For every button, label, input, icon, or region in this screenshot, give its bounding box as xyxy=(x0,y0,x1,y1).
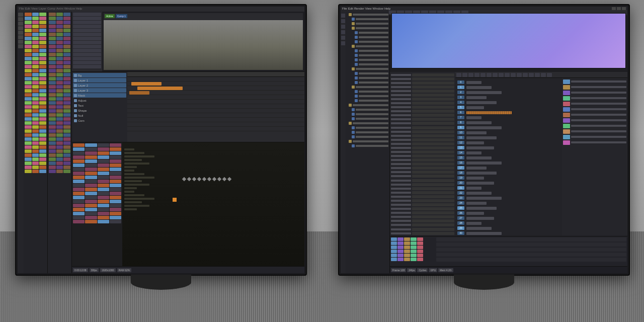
property-row[interactable] xyxy=(391,85,454,89)
timeline-row[interactable] xyxy=(127,104,304,109)
property-row[interactable] xyxy=(391,134,454,137)
node-row[interactable]: 24 xyxy=(457,201,560,205)
property-row[interactable] xyxy=(391,97,454,101)
timeline-clip[interactable] xyxy=(129,91,149,95)
channel-chip[interactable] xyxy=(391,242,397,245)
menu-file[interactable]: File xyxy=(19,7,24,11)
tree-item[interactable] xyxy=(347,130,388,134)
node-row[interactable]: 28 xyxy=(457,221,560,225)
tree-item[interactable] xyxy=(347,112,388,116)
tree-item[interactable] xyxy=(347,103,388,107)
node-index[interactable]: 13 xyxy=(457,146,464,149)
dopesheet[interactable] xyxy=(435,236,627,266)
menu-view[interactable]: View xyxy=(31,7,38,11)
node-row[interactable]: 5 xyxy=(457,105,560,110)
tree-item[interactable] xyxy=(347,49,388,53)
property-row[interactable] xyxy=(391,89,454,93)
tree-item[interactable] xyxy=(347,76,388,80)
tool-palette[interactable] xyxy=(72,12,102,71)
node-index[interactable]: 28 xyxy=(457,221,464,225)
menubar-left[interactable]: FileEditViewLayerCompAnimWindowHelp xyxy=(18,7,304,12)
tree-item[interactable] xyxy=(347,53,388,57)
properties-panel[interactable] xyxy=(390,72,455,236)
menu-file[interactable]: File xyxy=(342,7,347,11)
asset-panel[interactable] xyxy=(24,12,48,273)
node-row[interactable]: 25 xyxy=(457,206,560,210)
node-row[interactable]: 8 xyxy=(457,120,560,125)
swatch-panel[interactable] xyxy=(48,12,72,273)
track-item[interactable]: Layer 1 xyxy=(73,78,126,83)
preview-viewport[interactable]: ActiveComp 1 xyxy=(104,13,303,70)
property-row[interactable] xyxy=(391,118,454,121)
dope-track[interactable] xyxy=(436,243,626,247)
node-graph[interactable]: 0123456789101112131415161718192021222324… xyxy=(455,78,562,236)
channel-chip[interactable] xyxy=(411,237,417,241)
node-index[interactable]: 25 xyxy=(457,206,464,210)
channel-chip[interactable] xyxy=(411,254,417,257)
channel-chip[interactable] xyxy=(417,237,423,241)
menu-view[interactable]: View xyxy=(365,7,372,11)
node-row[interactable]: 2 xyxy=(457,90,560,95)
track-item[interactable]: Cam xyxy=(73,118,126,123)
timeline-row[interactable] xyxy=(127,127,304,131)
channel-chip[interactable] xyxy=(397,254,404,257)
property-row[interactable] xyxy=(391,207,454,211)
activity-bar[interactable] xyxy=(18,12,24,273)
property-row[interactable] xyxy=(391,183,454,186)
thumbnail[interactable] xyxy=(563,107,570,112)
channel-chip[interactable] xyxy=(411,250,417,253)
node-index[interactable]: 20 xyxy=(457,181,464,185)
node-row[interactable]: 20 xyxy=(457,181,560,185)
node-row[interactable]: 19 xyxy=(457,176,560,180)
timeline-clip[interactable] xyxy=(131,82,162,86)
track-item[interactable]: Layer 3 xyxy=(73,88,126,93)
property-row[interactable] xyxy=(391,163,454,166)
tree-item[interactable] xyxy=(347,35,388,39)
node-row[interactable]: 11 xyxy=(457,135,560,140)
channel-chip[interactable] xyxy=(404,242,410,245)
channel-chip[interactable] xyxy=(404,258,410,261)
thumbnail[interactable] xyxy=(563,96,570,101)
property-row[interactable] xyxy=(391,122,454,125)
property-row[interactable] xyxy=(391,106,454,109)
node-index[interactable]: 30 xyxy=(457,231,464,235)
node-index[interactable]: 9 xyxy=(457,126,464,129)
node-index[interactable]: 4 xyxy=(457,101,464,104)
node-index[interactable]: 18 xyxy=(457,171,464,175)
menu-edit[interactable]: Edit xyxy=(25,7,30,11)
node-index[interactable]: 11 xyxy=(457,136,464,139)
tree-item[interactable] xyxy=(347,44,388,48)
menu-edit[interactable]: Edit xyxy=(348,7,353,11)
track-item[interactable]: Mask xyxy=(73,93,126,98)
node-index[interactable]: 22 xyxy=(457,191,464,195)
property-row[interactable] xyxy=(391,126,454,129)
channel-chip[interactable] xyxy=(391,254,397,257)
thumbnail[interactable] xyxy=(563,135,570,139)
dope-track[interactable] xyxy=(436,237,626,242)
graph-editor[interactable] xyxy=(122,142,304,273)
node-index[interactable]: 17 xyxy=(457,166,464,170)
property-row[interactable] xyxy=(391,171,454,174)
tree-item[interactable] xyxy=(347,108,388,112)
thumbnail[interactable] xyxy=(563,79,570,84)
track-item[interactable]: Adjust xyxy=(73,98,126,103)
channel-chip[interactable] xyxy=(417,246,423,249)
property-row[interactable] xyxy=(391,130,454,133)
property-row[interactable] xyxy=(391,175,454,178)
console-channels[interactable] xyxy=(72,142,122,273)
node-row[interactable]: 14 xyxy=(457,150,560,155)
channel-chip[interactable] xyxy=(404,246,410,249)
tree-item[interactable] xyxy=(347,117,388,121)
track-item[interactable]: Layer 2 xyxy=(73,83,126,88)
tree-item[interactable] xyxy=(347,144,388,148)
node-row[interactable]: 29 xyxy=(457,226,560,230)
thumbnail[interactable] xyxy=(563,118,570,123)
property-row[interactable] xyxy=(391,231,454,235)
node-row[interactable]: 4 xyxy=(457,100,560,105)
playhead-marker[interactable] xyxy=(173,198,177,202)
channel-chip[interactable] xyxy=(397,246,404,249)
node-row[interactable]: 1 xyxy=(457,85,560,90)
menu-window[interactable]: Window xyxy=(373,7,383,11)
property-row[interactable] xyxy=(391,191,454,194)
outliner-tree[interactable] xyxy=(346,12,390,273)
